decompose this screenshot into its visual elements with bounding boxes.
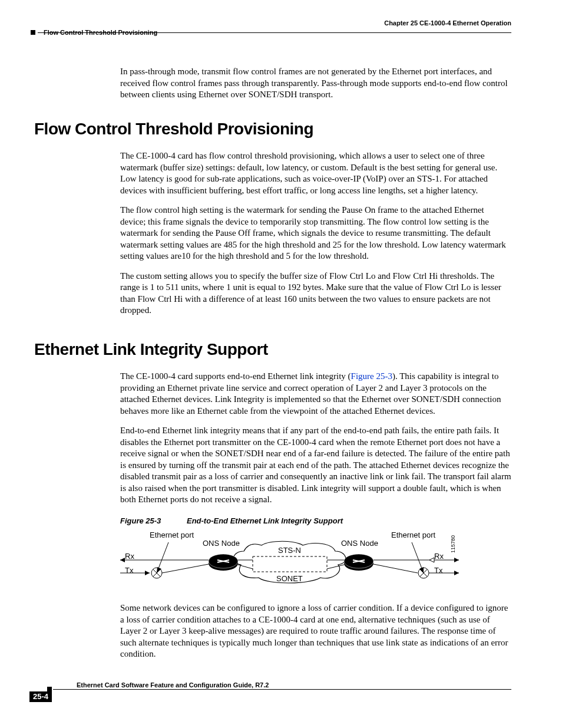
label-sonet: SONET <box>276 574 303 584</box>
label-tx-right: Tx <box>434 566 442 576</box>
sec1-p3: The custom setting allows you to specify… <box>120 271 511 317</box>
page-footer: Ethernet Card Software Feature and Confi… <box>29 689 511 707</box>
sec2-p2: End-to-end Ethernet link integrity means… <box>120 425 511 506</box>
label-ons-node-right: ONS Node <box>341 539 378 549</box>
footer-rule <box>53 689 511 690</box>
label-rx-left: Rx <box>125 552 134 562</box>
svg-marker-23 <box>429 558 434 562</box>
label-sts-n: STS-N <box>278 546 301 556</box>
intro-paragraph: In pass-through mode, transmit flow cont… <box>120 66 511 101</box>
sec1-p2: The flow control high setting is the wat… <box>120 205 511 262</box>
label-ethernet-port-right: Ethernet port <box>391 531 435 541</box>
label-ethernet-port-left: Ethernet port <box>150 531 194 541</box>
footer-page-number: 25-4 <box>29 691 52 702</box>
svg-marker-6 <box>120 558 125 562</box>
header-chapter: Chapter 25 CE-1000-4 Ethernet Operation <box>34 19 511 27</box>
figure-title: End-to-End Ethernet Link Integrity Suppo… <box>187 516 343 525</box>
figure-label: Figure 25-3 <box>120 516 161 525</box>
svg-line-10 <box>162 564 209 573</box>
svg-line-17 <box>373 564 418 573</box>
figure-caption: Figure 25-3 End-to-End Ethernet Link Int… <box>120 516 511 526</box>
section-title-link-integrity: Ethernet Link Integrity Support <box>34 339 511 360</box>
label-rx-right: Rx <box>434 552 444 562</box>
label-diagram-id: 115780 <box>450 535 457 553</box>
section-title-flow-control: Flow Control Threshold Provisioning <box>34 118 511 140</box>
figure-xref-link[interactable]: Figure 25-3 <box>351 371 392 381</box>
sec1-p1: The CE-1000-4 card has flow control thre… <box>120 150 511 196</box>
sec2-p1: The CE-1000-4 card supports end-to-end E… <box>120 371 511 417</box>
header-decor-square <box>31 30 35 35</box>
figure-25-3-diagram: Ethernet port Ethernet port ONS Node ONS… <box>120 531 462 595</box>
sec2-p3: Some network devices can be configured t… <box>120 602 511 660</box>
footer-title: Ethernet Card Software Feature and Confi… <box>77 681 269 689</box>
sec2-p1a: The CE-1000-4 card supports end-to-end E… <box>120 371 351 381</box>
label-ons-node-left: ONS Node <box>203 539 240 549</box>
svg-marker-22 <box>454 558 459 562</box>
label-tx-left: Tx <box>125 566 133 576</box>
svg-marker-8 <box>145 571 150 575</box>
header-section: Flow Control Threshold Provisioning <box>44 28 157 37</box>
svg-marker-20 <box>454 571 459 575</box>
footer-decor-square <box>47 687 52 691</box>
